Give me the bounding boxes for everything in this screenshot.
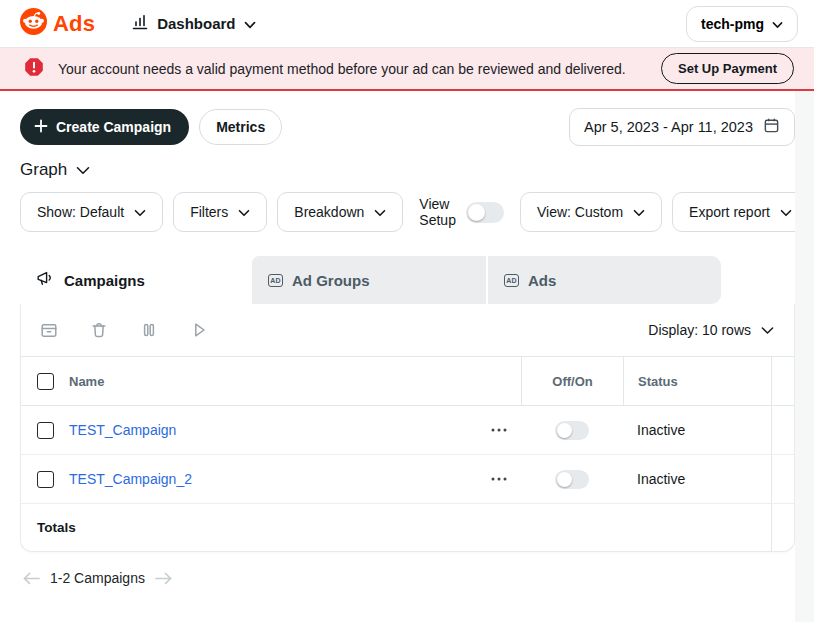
filters-row: Show: Default Filters Breakdown View Set… xyxy=(20,192,795,232)
column-header-status: Status xyxy=(623,357,771,405)
table-header-row: Name Off/On Status xyxy=(21,356,794,406)
row-extra-cell xyxy=(771,406,794,454)
top-bar: Ads Dashboard tech-pmg xyxy=(0,0,814,48)
tab-ads-label: Ads xyxy=(528,272,556,289)
row-checkbox[interactable] xyxy=(37,422,54,439)
row-menu-icon[interactable] xyxy=(491,477,507,481)
chevron-down-icon xyxy=(633,204,645,220)
tab-campaigns[interactable]: Campaigns xyxy=(20,256,252,304)
row-extra-cell xyxy=(771,455,794,503)
next-page-icon[interactable] xyxy=(154,572,173,585)
calendar-icon xyxy=(763,117,780,137)
export-report-label: Export report xyxy=(689,204,770,220)
table-row: TEST_Campaign Inactive xyxy=(21,406,794,455)
export-report-dropdown[interactable]: Export report xyxy=(672,192,809,232)
tab-ads[interactable]: AD Ads xyxy=(488,256,721,304)
campaign-status: Inactive xyxy=(623,455,771,503)
select-all-checkbox[interactable] xyxy=(37,373,54,390)
alert-octagon-icon xyxy=(24,57,44,81)
totals-label: Totals xyxy=(21,520,771,535)
column-header-extra xyxy=(771,357,794,405)
view-label: View: Custom xyxy=(537,204,623,220)
previous-page-icon[interactable] xyxy=(22,572,41,585)
toggle-knob xyxy=(557,423,572,438)
toggle-knob xyxy=(557,472,572,487)
table-toolbar: Display: 10 rows xyxy=(21,304,794,356)
column-header-offon: Off/On xyxy=(521,357,623,405)
filters-label: Filters xyxy=(190,204,228,220)
display-rows-label: Display: 10 rows xyxy=(648,322,751,338)
payment-alert-banner: Your account needs a valid payment metho… xyxy=(0,48,814,91)
view-setup-label: View Setup xyxy=(419,196,456,228)
show-columns-label: Show: Default xyxy=(37,204,124,220)
chevron-down-icon xyxy=(761,322,774,338)
graph-section-toggle[interactable]: Graph xyxy=(20,156,795,184)
metrics-button[interactable]: Metrics xyxy=(199,109,282,145)
row-menu-icon[interactable] xyxy=(491,428,507,432)
view-dropdown[interactable]: View: Custom xyxy=(520,192,662,232)
totals-row: Totals xyxy=(21,504,794,551)
breakdown-dropdown[interactable]: Breakdown xyxy=(277,192,403,232)
pagination: 1-2 Campaigns xyxy=(20,565,795,591)
reddit-ads-logo[interactable]: Ads xyxy=(20,8,95,39)
inactive-tabs-group: AD Ad Groups AD Ads xyxy=(252,256,721,304)
dashboard-nav-dropdown[interactable]: Dashboard xyxy=(131,13,255,35)
page-gutter xyxy=(795,91,814,622)
campaign-name-link[interactable]: TEST_Campaign xyxy=(69,422,176,438)
chevron-down-icon xyxy=(772,16,783,32)
create-campaign-button[interactable]: Create Campaign xyxy=(20,109,189,145)
bar-chart-icon xyxy=(131,13,149,35)
campaign-onoff-toggle[interactable] xyxy=(555,470,589,489)
campaign-onoff-toggle[interactable] xyxy=(555,421,589,440)
campaign-status: Inactive xyxy=(623,406,771,454)
reddit-snoo-icon xyxy=(20,8,47,39)
campaigns-table-card: Display: 10 rows Name Off/On Status TEST… xyxy=(20,304,795,552)
megaphone-icon xyxy=(36,270,55,290)
view-setup-toggle[interactable] xyxy=(466,202,504,223)
totals-extra-cell xyxy=(771,504,794,551)
pagination-label: 1-2 Campaigns xyxy=(50,570,145,586)
chevron-down-icon xyxy=(780,204,792,220)
breakdown-label: Breakdown xyxy=(294,204,364,220)
date-range-label: Apr 5, 2023 - Apr 11, 2023 xyxy=(584,119,753,135)
tab-ad-groups-label: Ad Groups xyxy=(292,272,370,289)
dashboard-nav-label: Dashboard xyxy=(157,15,235,32)
toggle-knob xyxy=(468,204,485,221)
entity-tabs: Campaigns AD Ad Groups AD Ads xyxy=(20,256,795,304)
chevron-down-icon xyxy=(374,204,386,220)
table-row: TEST_Campaign_2 Inactive xyxy=(21,455,794,504)
tab-campaigns-label: Campaigns xyxy=(64,272,145,289)
chevron-down-icon xyxy=(134,204,146,220)
date-range-picker[interactable]: Apr 5, 2023 - Apr 11, 2023 xyxy=(569,108,795,146)
account-switcher-button[interactable]: tech-pmg xyxy=(686,6,798,42)
display-rows-dropdown[interactable]: Display: 10 rows xyxy=(648,322,774,338)
ad-badge-icon: AD xyxy=(504,274,519,287)
view-setup-control: View Setup xyxy=(419,196,504,228)
reddit-ads-dashboard: Ads Dashboard tech-pmg xyxy=(0,0,814,622)
account-name: tech-pmg xyxy=(701,16,764,32)
main-content: Create Campaign Metrics Apr 5, 2023 - Ap… xyxy=(20,108,795,591)
archive-icon[interactable] xyxy=(39,320,59,340)
chevron-down-icon xyxy=(76,161,90,179)
show-columns-dropdown[interactable]: Show: Default xyxy=(20,192,163,232)
ad-badge-icon: AD xyxy=(268,274,283,287)
brand-wordmark: Ads xyxy=(53,11,95,37)
trash-icon[interactable] xyxy=(89,320,109,340)
campaign-name-link[interactable]: TEST_Campaign_2 xyxy=(69,471,192,487)
chevron-down-icon xyxy=(238,204,250,220)
column-header-name: Name xyxy=(69,374,521,389)
actions-row: Create Campaign Metrics Apr 5, 2023 - Ap… xyxy=(20,108,795,146)
filters-dropdown[interactable]: Filters xyxy=(173,192,267,232)
pause-icon[interactable] xyxy=(139,320,159,340)
play-icon[interactable] xyxy=(189,320,209,340)
set-up-payment-button[interactable]: Set Up Payment xyxy=(661,53,794,84)
plus-icon xyxy=(34,119,48,136)
chevron-down-icon xyxy=(244,15,256,33)
graph-title: Graph xyxy=(20,160,67,180)
alert-message: Your account needs a valid payment metho… xyxy=(58,61,626,77)
tab-ad-groups[interactable]: AD Ad Groups xyxy=(252,256,488,304)
create-campaign-label: Create Campaign xyxy=(56,119,171,135)
row-checkbox[interactable] xyxy=(37,471,54,488)
